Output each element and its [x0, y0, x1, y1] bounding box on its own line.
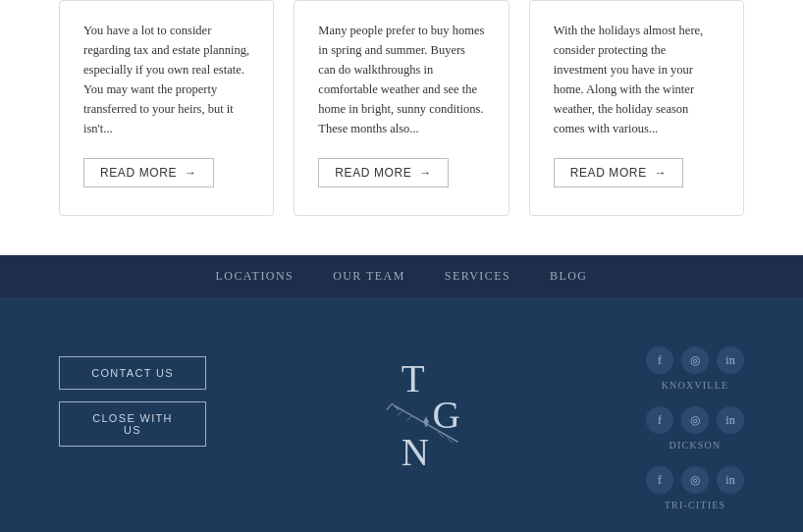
- social-group-label-1: DICKSON: [669, 440, 722, 451]
- footer-left: CONTACT USCLOSE WITH US: [59, 337, 206, 447]
- read-more-button-2[interactable]: READ MORE →: [554, 158, 684, 187]
- read-more-button-1[interactable]: READ MORE →: [318, 158, 449, 187]
- facebook-icon-2[interactable]: f: [646, 466, 673, 494]
- card-2: With the holidays almost here, consider …: [529, 0, 744, 216]
- social-group-label-0: KNOXVILLE: [662, 380, 729, 391]
- close-with-us-button[interactable]: CLOSE WITH US: [59, 401, 206, 447]
- facebook-icon-1[interactable]: f: [646, 406, 673, 434]
- linkedin-icon-1[interactable]: in: [717, 406, 744, 434]
- facebook-icon-0[interactable]: f: [646, 346, 673, 374]
- social-group-tri-cities: f◎inTRI-CITIES: [646, 466, 744, 510]
- svg-line-8: [406, 415, 412, 421]
- footer-main: CONTACT USCLOSE WITH US T G N f◎inKNOXVI…: [0, 297, 803, 532]
- social-group-label-2: TRI-CITIES: [665, 500, 726, 510]
- social-icons-row-2: f◎in: [646, 466, 744, 494]
- svg-text:N: N: [402, 431, 431, 473]
- card-0: You have a lot to consider regarding tax…: [59, 0, 274, 216]
- cards-section: You have a lot to consider regarding tax…: [0, 0, 803, 255]
- instagram-icon-1[interactable]: ◎: [681, 406, 709, 434]
- contact-us-button[interactable]: CONTACT US: [59, 356, 206, 390]
- instagram-icon-0[interactable]: ◎: [681, 346, 709, 374]
- nav-item-services[interactable]: SERVICES: [445, 269, 510, 284]
- footer-right: f◎inKNOXVILLEf◎inDICKSONf◎inTRI-CITIES: [646, 337, 744, 516]
- svg-text:T: T: [402, 357, 427, 399]
- card-text-1: Many people prefer to buy homes in sprin…: [318, 21, 484, 138]
- nav-item-our-team[interactable]: OUR TEAM: [333, 269, 405, 284]
- footer-center: T G N: [206, 337, 646, 474]
- social-icons-row-0: f◎in: [646, 346, 744, 374]
- svg-line-5: [387, 403, 393, 410]
- linkedin-icon-0[interactable]: in: [717, 346, 744, 374]
- read-more-button-0[interactable]: READ MORE →: [83, 158, 214, 187]
- card-text-2: With the holidays almost here, consider …: [554, 21, 720, 138]
- card-1: Many people prefer to buy homes in sprin…: [294, 0, 509, 216]
- instagram-icon-2[interactable]: ◎: [681, 466, 709, 494]
- nav-bar: LOCATIONSOUR TEAMSERVICESBLOG: [0, 255, 803, 297]
- social-group-knoxville: f◎inKNOXVILLE: [646, 346, 744, 391]
- linkedin-icon-2[interactable]: in: [717, 466, 744, 494]
- nav-item-locations[interactable]: LOCATIONS: [216, 269, 294, 284]
- social-group-dickson: f◎inDICKSON: [646, 406, 744, 451]
- svg-marker-6: [423, 416, 429, 427]
- svg-line-7: [398, 410, 403, 416]
- card-text-0: You have a lot to consider regarding tax…: [83, 21, 249, 138]
- nav-item-blog[interactable]: BLOG: [550, 269, 587, 284]
- social-icons-row-1: f◎in: [646, 406, 744, 434]
